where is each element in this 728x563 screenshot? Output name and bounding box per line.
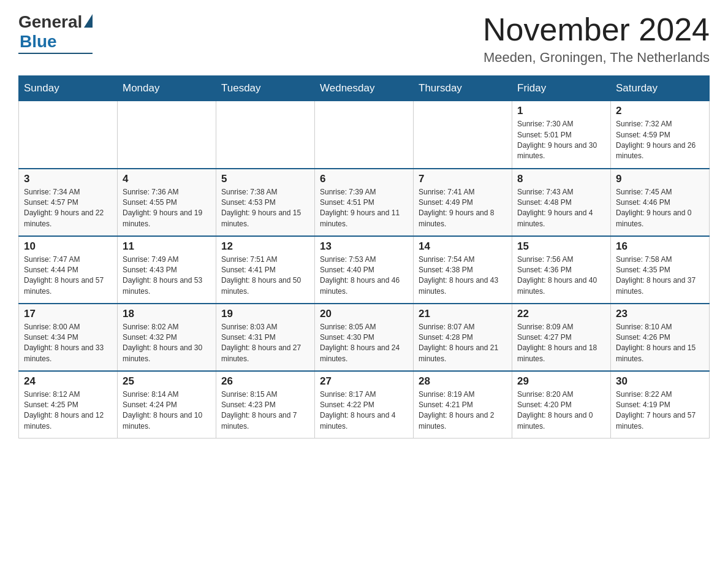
header-saturday: Saturday xyxy=(611,76,710,101)
table-row: 6Sunrise: 7:39 AMSunset: 4:51 PMDaylight… xyxy=(315,169,414,236)
day-number: 16 xyxy=(616,240,704,253)
day-info: Sunrise: 7:51 AMSunset: 4:41 PMDaylight:… xyxy=(221,255,309,297)
table-row: 9Sunrise: 7:45 AMSunset: 4:46 PMDaylight… xyxy=(611,169,710,236)
day-info: Sunrise: 7:45 AMSunset: 4:46 PMDaylight:… xyxy=(616,187,704,230)
logo: General Blue xyxy=(18,12,93,54)
table-row xyxy=(315,101,414,169)
table-row: 3Sunrise: 7:34 AMSunset: 4:57 PMDaylight… xyxy=(19,169,118,236)
day-number: 19 xyxy=(221,308,309,320)
table-row: 19Sunrise: 8:03 AMSunset: 4:31 PMDayligh… xyxy=(216,304,315,371)
table-row: 5Sunrise: 7:38 AMSunset: 4:53 PMDaylight… xyxy=(216,169,315,236)
day-number: 18 xyxy=(123,308,211,320)
table-row: 29Sunrise: 8:20 AMSunset: 4:20 PMDayligh… xyxy=(512,371,611,439)
header-friday: Friday xyxy=(512,76,611,101)
day-info: Sunrise: 7:38 AMSunset: 4:53 PMDaylight:… xyxy=(221,187,309,230)
table-row: 23Sunrise: 8:10 AMSunset: 4:26 PMDayligh… xyxy=(611,304,710,371)
table-row: 7Sunrise: 7:41 AMSunset: 4:49 PMDaylight… xyxy=(414,169,512,236)
day-number: 26 xyxy=(221,375,309,388)
day-number: 28 xyxy=(419,375,507,388)
day-number: 10 xyxy=(24,240,112,253)
day-number: 3 xyxy=(24,173,112,185)
table-row: 4Sunrise: 7:36 AMSunset: 4:55 PMDaylight… xyxy=(118,169,216,236)
day-info: Sunrise: 7:56 AMSunset: 4:36 PMDaylight:… xyxy=(517,255,605,297)
logo-blue-text: Blue xyxy=(20,32,57,52)
logo-underline xyxy=(18,53,93,54)
day-number: 20 xyxy=(320,308,408,320)
logo-general-text: General xyxy=(18,12,82,32)
table-row: 24Sunrise: 8:12 AMSunset: 4:25 PMDayligh… xyxy=(19,371,118,439)
day-number: 5 xyxy=(221,173,309,185)
day-info: Sunrise: 7:58 AMSunset: 4:35 PMDaylight:… xyxy=(616,255,704,297)
table-row: 11Sunrise: 7:49 AMSunset: 4:43 PMDayligh… xyxy=(118,236,216,304)
day-info: Sunrise: 7:39 AMSunset: 4:51 PMDaylight:… xyxy=(320,187,408,230)
day-number: 17 xyxy=(24,308,112,320)
day-number: 2 xyxy=(616,105,704,117)
day-info: Sunrise: 7:54 AMSunset: 4:38 PMDaylight:… xyxy=(419,255,507,297)
calendar-week-row: 1Sunrise: 7:30 AMSunset: 5:01 PMDaylight… xyxy=(19,101,710,169)
table-row: 17Sunrise: 8:00 AMSunset: 4:34 PMDayligh… xyxy=(19,304,118,371)
day-info: Sunrise: 8:10 AMSunset: 4:26 PMDaylight:… xyxy=(616,322,704,365)
table-row: 25Sunrise: 8:14 AMSunset: 4:24 PMDayligh… xyxy=(118,371,216,439)
day-info: Sunrise: 8:15 AMSunset: 4:23 PMDaylight:… xyxy=(221,389,309,432)
day-info: Sunrise: 7:32 AMSunset: 4:59 PMDaylight:… xyxy=(616,119,704,162)
table-row: 15Sunrise: 7:56 AMSunset: 4:36 PMDayligh… xyxy=(512,236,611,304)
table-row: 2Sunrise: 7:32 AMSunset: 4:59 PMDaylight… xyxy=(611,101,710,169)
table-row: 27Sunrise: 8:17 AMSunset: 4:22 PMDayligh… xyxy=(315,371,414,439)
day-info: Sunrise: 7:43 AMSunset: 4:48 PMDaylight:… xyxy=(517,187,605,230)
table-row: 30Sunrise: 8:22 AMSunset: 4:19 PMDayligh… xyxy=(611,371,710,439)
table-row: 28Sunrise: 8:19 AMSunset: 4:21 PMDayligh… xyxy=(414,371,512,439)
table-row: 21Sunrise: 8:07 AMSunset: 4:28 PMDayligh… xyxy=(414,304,512,371)
title-area: November 2024 Meeden, Groningen, The Net… xyxy=(483,12,710,66)
day-number: 21 xyxy=(419,308,507,320)
day-number: 24 xyxy=(24,375,112,388)
calendar-week-row: 24Sunrise: 8:12 AMSunset: 4:25 PMDayligh… xyxy=(19,371,710,439)
day-info: Sunrise: 7:53 AMSunset: 4:40 PMDaylight:… xyxy=(320,255,408,297)
day-info: Sunrise: 8:09 AMSunset: 4:27 PMDaylight:… xyxy=(517,322,605,365)
location-title: Meeden, Groningen, The Netherlands xyxy=(483,50,710,66)
day-info: Sunrise: 8:12 AMSunset: 4:25 PMDaylight:… xyxy=(24,389,112,432)
day-number: 29 xyxy=(517,375,605,388)
day-number: 12 xyxy=(221,240,309,253)
table-row: 26Sunrise: 8:15 AMSunset: 4:23 PMDayligh… xyxy=(216,371,315,439)
header-sunday: Sunday xyxy=(19,76,118,101)
day-number: 13 xyxy=(320,240,408,253)
day-number: 8 xyxy=(517,173,605,185)
day-number: 14 xyxy=(419,240,507,253)
day-info: Sunrise: 8:07 AMSunset: 4:28 PMDaylight:… xyxy=(419,322,507,365)
day-info: Sunrise: 8:02 AMSunset: 4:32 PMDaylight:… xyxy=(123,322,211,365)
calendar-header-row: Sunday Monday Tuesday Wednesday Thursday… xyxy=(19,76,710,101)
day-info: Sunrise: 8:03 AMSunset: 4:31 PMDaylight:… xyxy=(221,322,309,365)
table-row: 14Sunrise: 7:54 AMSunset: 4:38 PMDayligh… xyxy=(414,236,512,304)
day-info: Sunrise: 7:30 AMSunset: 5:01 PMDaylight:… xyxy=(517,119,605,162)
day-number: 15 xyxy=(517,240,605,253)
day-info: Sunrise: 7:41 AMSunset: 4:49 PMDaylight:… xyxy=(419,187,507,230)
header-tuesday: Tuesday xyxy=(216,76,315,101)
table-row: 18Sunrise: 8:02 AMSunset: 4:32 PMDayligh… xyxy=(118,304,216,371)
day-info: Sunrise: 7:49 AMSunset: 4:43 PMDaylight:… xyxy=(123,255,211,297)
calendar-week-row: 17Sunrise: 8:00 AMSunset: 4:34 PMDayligh… xyxy=(19,304,710,371)
month-title: November 2024 xyxy=(483,12,710,47)
day-number: 25 xyxy=(123,375,211,388)
day-info: Sunrise: 8:22 AMSunset: 4:19 PMDaylight:… xyxy=(616,389,704,432)
table-row xyxy=(414,101,512,169)
calendar-week-row: 10Sunrise: 7:47 AMSunset: 4:44 PMDayligh… xyxy=(19,236,710,304)
day-info: Sunrise: 8:17 AMSunset: 4:22 PMDaylight:… xyxy=(320,389,408,432)
header-wednesday: Wednesday xyxy=(315,76,414,101)
day-info: Sunrise: 7:34 AMSunset: 4:57 PMDaylight:… xyxy=(24,187,112,230)
day-number: 30 xyxy=(616,375,704,388)
page-header: General Blue November 2024 Meeden, Groni… xyxy=(18,12,710,66)
day-number: 7 xyxy=(419,173,507,185)
table-row: 8Sunrise: 7:43 AMSunset: 4:48 PMDaylight… xyxy=(512,169,611,236)
day-number: 23 xyxy=(616,308,704,320)
day-number: 27 xyxy=(320,375,408,388)
table-row xyxy=(216,101,315,169)
day-number: 4 xyxy=(123,173,211,185)
day-info: Sunrise: 8:19 AMSunset: 4:21 PMDaylight:… xyxy=(419,389,507,432)
table-row xyxy=(118,101,216,169)
table-row: 13Sunrise: 7:53 AMSunset: 4:40 PMDayligh… xyxy=(315,236,414,304)
calendar-table: Sunday Monday Tuesday Wednesday Thursday… xyxy=(18,75,710,439)
day-info: Sunrise: 7:36 AMSunset: 4:55 PMDaylight:… xyxy=(123,187,211,230)
day-number: 9 xyxy=(616,173,704,185)
day-number: 11 xyxy=(123,240,211,253)
table-row: 16Sunrise: 7:58 AMSunset: 4:35 PMDayligh… xyxy=(611,236,710,304)
